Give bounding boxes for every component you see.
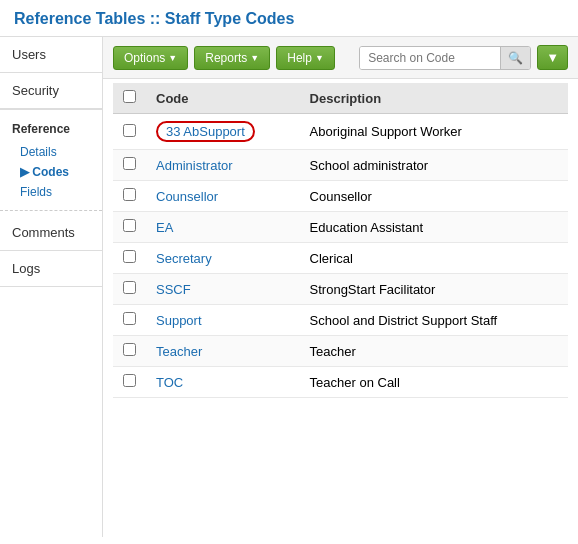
row-description-cell: Teacher xyxy=(300,336,568,367)
row-checkbox-cell xyxy=(113,114,146,150)
code-link[interactable]: EA xyxy=(156,220,173,235)
sidebar-item-users[interactable]: Users xyxy=(0,37,102,73)
sidebar-item-logs[interactable]: Logs xyxy=(0,251,102,287)
search-button[interactable]: 🔍 xyxy=(500,47,530,69)
row-description-cell: Aboriginal Support Worker xyxy=(300,114,568,150)
row-checkbox[interactable] xyxy=(123,343,136,356)
reports-caret-icon: ▼ xyxy=(250,53,259,63)
row-checkbox-cell xyxy=(113,150,146,181)
sidebar-item-security[interactable]: Security xyxy=(0,73,102,109)
help-caret-icon: ▼ xyxy=(315,53,324,63)
row-description-cell: Education Assistant xyxy=(300,212,568,243)
row-description-cell: Teacher on Call xyxy=(300,367,568,398)
row-description-cell: School and District Support Staff xyxy=(300,305,568,336)
row-checkbox[interactable] xyxy=(123,157,136,170)
options-button[interactable]: Options ▼ xyxy=(113,46,188,70)
table-container: Code Description 33 AbSupportAboriginal … xyxy=(103,79,578,537)
row-description-cell: Counsellor xyxy=(300,181,568,212)
row-code-cell: Support xyxy=(146,305,300,336)
col-code: Code xyxy=(146,83,300,114)
table-row: TeacherTeacher xyxy=(113,336,568,367)
row-checkbox-cell xyxy=(113,274,146,305)
help-button[interactable]: Help ▼ xyxy=(276,46,335,70)
row-checkbox[interactable] xyxy=(123,312,136,325)
row-code-cell: EA xyxy=(146,212,300,243)
code-link[interactable]: SSCF xyxy=(156,282,191,297)
table-row: SupportSchool and District Support Staff xyxy=(113,305,568,336)
sidebar-divider xyxy=(0,210,102,211)
row-code-cell: Teacher xyxy=(146,336,300,367)
row-checkbox-cell xyxy=(113,305,146,336)
row-checkbox-cell xyxy=(113,336,146,367)
search-input[interactable] xyxy=(360,47,500,69)
code-link[interactable]: Secretary xyxy=(156,251,212,266)
row-code-cell: 33 AbSupport xyxy=(146,114,300,150)
row-code-cell: SSCF xyxy=(146,274,300,305)
table-row: CounsellorCounsellor xyxy=(113,181,568,212)
row-checkbox[interactable] xyxy=(123,281,136,294)
row-checkbox[interactable] xyxy=(123,374,136,387)
codes-table: Code Description 33 AbSupportAboriginal … xyxy=(113,83,568,398)
table-row: AdministratorSchool administrator xyxy=(113,150,568,181)
code-link[interactable]: TOC xyxy=(156,375,183,390)
code-link[interactable]: Teacher xyxy=(156,344,202,359)
row-checkbox[interactable] xyxy=(123,124,136,137)
main-content: Options ▼ Reports ▼ Help ▼ 🔍 ▼ xyxy=(103,37,578,537)
sidebar-item-fields[interactable]: Fields xyxy=(10,182,102,202)
code-link[interactable]: Support xyxy=(156,313,202,328)
page-header: Reference Tables :: Staff Type Codes xyxy=(0,0,578,37)
sidebar-reference-label: Reference xyxy=(0,114,102,138)
options-caret-icon: ▼ xyxy=(168,53,177,63)
row-checkbox-cell xyxy=(113,181,146,212)
sidebar-item-comments[interactable]: Comments xyxy=(0,215,102,251)
sidebar-item-codes[interactable]: ▶ Codes xyxy=(10,162,102,182)
row-code-cell: TOC xyxy=(146,367,300,398)
col-checkbox xyxy=(113,83,146,114)
row-checkbox[interactable] xyxy=(123,219,136,232)
row-checkbox-cell xyxy=(113,243,146,274)
table-row: SecretaryClerical xyxy=(113,243,568,274)
sidebar-sub-nav: Details ▶ Codes Fields xyxy=(0,138,102,206)
toolbar: Options ▼ Reports ▼ Help ▼ 🔍 ▼ xyxy=(103,37,578,79)
page-title: Reference Tables :: Staff Type Codes xyxy=(14,10,564,28)
sidebar-item-details[interactable]: Details xyxy=(10,142,102,162)
table-row: SSCFStrongStart Facilitator xyxy=(113,274,568,305)
code-link-circled[interactable]: 33 AbSupport xyxy=(156,121,255,142)
search-container: 🔍 xyxy=(359,46,531,70)
table-row: 33 AbSupportAboriginal Support Worker xyxy=(113,114,568,150)
table-header-row: Code Description xyxy=(113,83,568,114)
table-row: EAEducation Assistant xyxy=(113,212,568,243)
row-description-cell: StrongStart Facilitator xyxy=(300,274,568,305)
row-checkbox-cell xyxy=(113,367,146,398)
row-code-cell: Administrator xyxy=(146,150,300,181)
row-description-cell: Clerical xyxy=(300,243,568,274)
table-row: TOCTeacher on Call xyxy=(113,367,568,398)
row-checkbox-cell xyxy=(113,212,146,243)
row-description-cell: School administrator xyxy=(300,150,568,181)
code-link[interactable]: Administrator xyxy=(156,158,233,173)
select-all-checkbox[interactable] xyxy=(123,90,136,103)
filter-button[interactable]: ▼ xyxy=(537,45,568,70)
row-code-cell: Secretary xyxy=(146,243,300,274)
table-body: 33 AbSupportAboriginal Support WorkerAdm… xyxy=(113,114,568,398)
reports-button[interactable]: Reports ▼ xyxy=(194,46,270,70)
row-checkbox[interactable] xyxy=(123,188,136,201)
code-link[interactable]: Counsellor xyxy=(156,189,218,204)
sidebar: Users Security Reference Details ▶ Codes… xyxy=(0,37,103,537)
row-checkbox[interactable] xyxy=(123,250,136,263)
filter-icon: ▼ xyxy=(546,50,559,65)
row-code-cell: Counsellor xyxy=(146,181,300,212)
col-description: Description xyxy=(300,83,568,114)
